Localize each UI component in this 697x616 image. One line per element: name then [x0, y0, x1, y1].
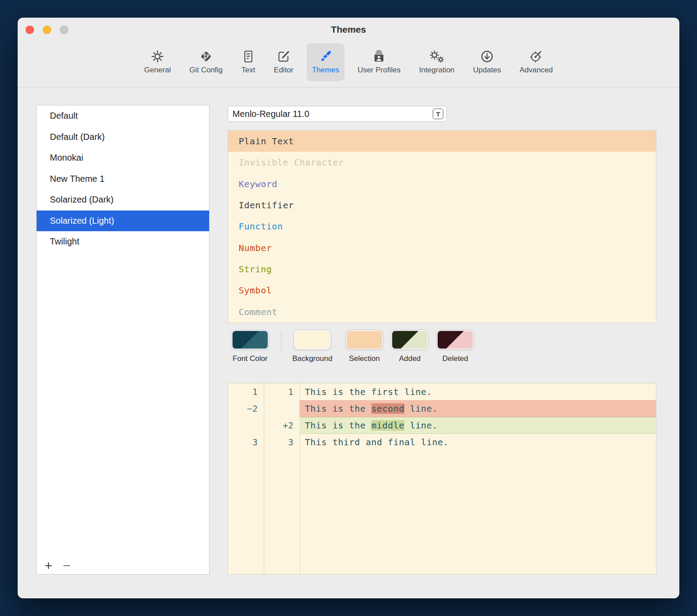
- toolbar-label: Updates: [473, 66, 501, 75]
- selection-color-well[interactable]: [346, 330, 383, 349]
- theme-list-item[interactable]: Monokai: [37, 147, 209, 169]
- diff-preview: 1 1 This is the first line. −2 This is t…: [228, 383, 656, 575]
- diff-line-text: This is the middle line.: [300, 417, 656, 434]
- download-circle-icon: [480, 48, 494, 64]
- diff-text-segment: This is the: [305, 403, 371, 414]
- font-field-value: Menlo-Regular 11.0: [232, 109, 433, 119]
- toolbar-label: Themes: [312, 66, 339, 75]
- preferences-toolbar: General Git Config: [18, 43, 679, 81]
- theme-list-item[interactable]: Twilight: [37, 231, 209, 252]
- gear-icon: [150, 48, 165, 64]
- new-line-number: +2: [264, 417, 300, 434]
- text-document-icon: [241, 48, 255, 64]
- old-line-number: −2: [228, 400, 264, 417]
- new-line-number: 3: [264, 434, 300, 451]
- swatch-selection: Selection: [338, 330, 390, 363]
- toolbar-label: Integration: [419, 66, 454, 75]
- new-line-number: 1: [264, 383, 300, 400]
- diff-line-1: 1 1 This is the first line.: [228, 383, 656, 400]
- diff-line-deleted: −2 This is the second line.: [228, 400, 656, 417]
- diff-text-segment: This is the: [305, 420, 371, 431]
- swatch-label: Added: [384, 354, 436, 363]
- diff-line-text: This is the second line.: [300, 400, 656, 417]
- toolbar-item-editor[interactable]: Editor: [269, 43, 299, 81]
- swatch-label: Deleted: [429, 354, 481, 363]
- swatch-font-color: Font Color: [224, 330, 276, 363]
- background-color-well[interactable]: [294, 330, 331, 349]
- deleted-word-highlight: second: [371, 403, 405, 414]
- new-line-number: [264, 400, 300, 417]
- theme-list-item-selected[interactable]: Solarized (Light): [37, 210, 209, 232]
- font-picker-button[interactable]: T: [433, 109, 443, 119]
- toolbar-item-git-config[interactable]: Git Config: [184, 43, 228, 81]
- user-profiles-icon: [372, 48, 386, 64]
- toolbar-item-advanced[interactable]: Advanced: [514, 43, 558, 81]
- toolbar-item-general[interactable]: General: [139, 43, 176, 81]
- toolbar-item-text[interactable]: Text: [236, 43, 261, 81]
- swatch-label: Selection: [338, 354, 390, 363]
- swatch-deleted: Deleted: [429, 330, 481, 363]
- remove-theme-button[interactable]: −: [63, 559, 71, 572]
- theme-list-item[interactable]: Default: [37, 105, 209, 127]
- diff-line-text: This third and final line.: [300, 434, 656, 451]
- theme-list-item[interactable]: Solarized (Dark): [37, 189, 209, 210]
- added-word-highlight: middle: [371, 420, 405, 431]
- toolbar-item-updates[interactable]: Updates: [468, 43, 506, 81]
- diff-text-segment: line.: [405, 420, 438, 431]
- gears-icon: [429, 48, 445, 64]
- added-color-well[interactable]: [391, 330, 428, 349]
- old-line-number: 3: [228, 434, 264, 451]
- toolbar-item-user-profiles[interactable]: User Profiles: [352, 43, 406, 81]
- toolbar-label: Git Config: [189, 66, 223, 75]
- preview-row-comment[interactable]: Comment: [228, 301, 656, 322]
- old-line-number: 1: [228, 383, 264, 400]
- diff-text-segment: line.: [405, 403, 438, 414]
- swatch-added: Added: [384, 330, 436, 363]
- preferences-window: Themes General: [18, 18, 679, 598]
- preview-row-function[interactable]: Function: [228, 216, 656, 237]
- list-actions: + −: [45, 559, 71, 572]
- deleted-color-well[interactable]: [437, 330, 474, 349]
- font-color-well[interactable]: [232, 330, 269, 349]
- editor-pencil-icon: [277, 48, 291, 64]
- preview-row-invisible-character[interactable]: Invisible Character: [228, 152, 656, 173]
- toolbar-item-themes[interactable]: Themes: [307, 43, 344, 81]
- toolbar-divider: [18, 87, 679, 87]
- preview-row-identifier[interactable]: Identifier: [228, 195, 656, 216]
- preview-row-symbol[interactable]: Symbol: [228, 280, 656, 301]
- swatch-label: Background: [286, 354, 338, 363]
- diff-line-3: 3 3 This third and final line.: [228, 434, 656, 451]
- preview-row-keyword[interactable]: Keyword: [228, 173, 656, 195]
- preview-row-string[interactable]: String: [228, 259, 656, 280]
- toolbar-label: Advanced: [520, 66, 553, 75]
- toolbar-label: Text: [241, 66, 255, 75]
- toolbar-label: General: [144, 66, 171, 75]
- theme-list-panel: Default Default (Dark) Monokai New Theme…: [36, 105, 210, 575]
- toolbar-item-integration[interactable]: Integration: [414, 43, 460, 81]
- old-line-number: [228, 417, 264, 434]
- swatch-divider: [281, 331, 281, 352]
- add-theme-button[interactable]: +: [45, 559, 52, 572]
- window-title: Themes: [18, 24, 679, 35]
- diff-line-text: This is the first line.: [300, 383, 656, 400]
- theme-list-item[interactable]: New Theme 1: [37, 169, 209, 190]
- advanced-gear-icon: [529, 48, 543, 64]
- diff-line-added: +2 This is the middle line.: [228, 417, 656, 434]
- theme-preview: Plain Text Invisible Character Keyword I…: [228, 130, 656, 323]
- toolbar-label: User Profiles: [358, 66, 401, 75]
- swatch-background: Background: [286, 330, 338, 363]
- theme-list-item[interactable]: Default (Dark): [37, 127, 209, 148]
- paintbrush-icon: [319, 48, 333, 64]
- preview-row-plain-text[interactable]: Plain Text: [228, 131, 656, 152]
- preview-row-number[interactable]: Number: [228, 237, 656, 258]
- git-branch-icon: [199, 48, 213, 64]
- toolbar-label: Editor: [274, 66, 293, 75]
- swatch-label: Font Color: [224, 354, 276, 363]
- titlebar: Themes: [18, 18, 679, 43]
- font-field[interactable]: Menlo-Regular 11.0 T: [228, 106, 447, 122]
